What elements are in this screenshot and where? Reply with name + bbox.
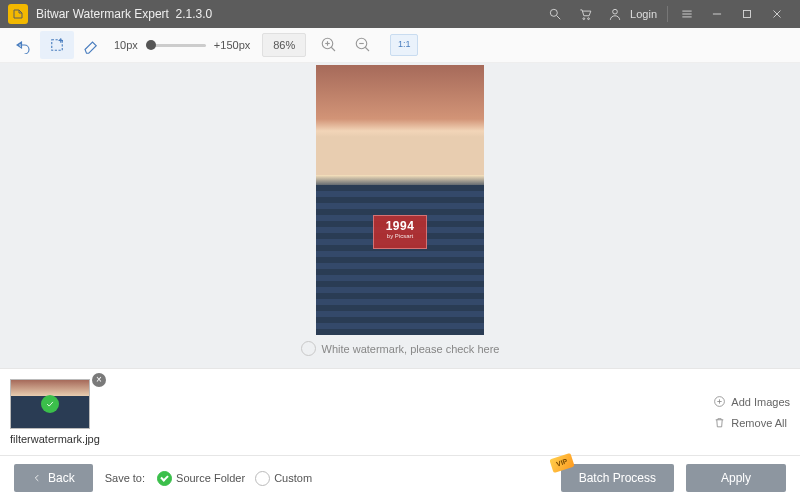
batch-process-button[interactable]: Batch Process — [561, 464, 674, 492]
menu-icon[interactable] — [672, 0, 702, 28]
white-watermark-option[interactable]: White watermark, please check here — [301, 341, 500, 356]
search-icon[interactable] — [540, 0, 570, 28]
remove-all-label: Remove All — [731, 417, 787, 429]
svg-line-18 — [332, 47, 336, 51]
svg-point-4 — [613, 9, 618, 14]
thumbnail-filename: filterwatermark.jpg — [10, 433, 100, 445]
watermark-overlay[interactable]: 1994 by Picsart — [373, 215, 427, 249]
plus-circle-icon — [713, 395, 726, 408]
check-icon — [41, 395, 59, 413]
radio-empty-icon — [301, 341, 316, 356]
eraser-tool-button[interactable] — [74, 31, 108, 59]
maximize-icon[interactable] — [732, 0, 762, 28]
zoom-in-button[interactable] — [312, 31, 346, 59]
add-images-label: Add Images — [731, 396, 790, 408]
thumbnail-image — [10, 379, 90, 429]
undo-button[interactable] — [6, 31, 40, 59]
brush-size-slider[interactable] — [146, 44, 206, 47]
svg-line-1 — [557, 16, 561, 20]
thumbnail-item[interactable]: × filterwatermark.jpg — [10, 379, 100, 445]
watermark-byline: by Picsart — [374, 232, 426, 240]
app-logo — [8, 4, 28, 24]
size-min-label: 10px — [114, 39, 138, 51]
footer: Back Save to: Source Folder Custom VIP B… — [0, 455, 800, 500]
thumbnail-bar: × filterwatermark.jpg Add Images Remove … — [0, 368, 800, 455]
svg-line-21 — [366, 47, 370, 51]
canvas-area: 1994 by Picsart White watermark, please … — [0, 63, 800, 368]
size-max-label: +150px — [214, 39, 250, 51]
svg-point-2 — [583, 18, 585, 20]
trash-icon — [713, 416, 726, 429]
back-label: Back — [48, 471, 75, 485]
login-label[interactable]: Login — [630, 8, 657, 20]
add-images-button[interactable]: Add Images — [713, 395, 790, 408]
svg-point-0 — [550, 9, 557, 16]
marquee-tool-button[interactable] — [40, 31, 74, 59]
minimize-icon[interactable] — [702, 0, 732, 28]
cart-icon[interactable] — [570, 0, 600, 28]
thumbnail-remove-button[interactable]: × — [92, 373, 106, 387]
separator — [667, 6, 668, 22]
svg-rect-9 — [744, 11, 751, 18]
chevron-left-icon — [32, 473, 42, 483]
fit-ratio-button[interactable]: 1:1 — [390, 34, 418, 56]
save-to-options: Source Folder Custom — [157, 471, 312, 486]
zoom-out-button[interactable] — [346, 31, 380, 59]
remove-all-button[interactable]: Remove All — [713, 416, 787, 429]
apply-button[interactable]: Apply — [686, 464, 786, 492]
brush-size-control: 10px +150px — [114, 39, 250, 51]
back-button[interactable]: Back — [14, 464, 93, 492]
radio-checked-icon — [157, 471, 172, 486]
white-watermark-label: White watermark, please check here — [322, 343, 500, 355]
app-title: Bitwar Watermark Expert 2.1.3.0 — [36, 7, 212, 21]
save-source-option[interactable]: Source Folder — [157, 471, 245, 486]
svg-point-3 — [588, 18, 590, 20]
close-icon[interactable] — [762, 0, 792, 28]
toolbar: 10px +150px 86% 1:1 — [0, 28, 800, 63]
titlebar: Bitwar Watermark Expert 2.1.3.0 Login — [0, 0, 800, 28]
radio-empty-icon — [255, 471, 270, 486]
watermark-year: 1994 — [374, 220, 426, 232]
zoom-value: 86% — [262, 33, 306, 57]
save-to-label: Save to: — [105, 472, 145, 484]
user-icon[interactable] — [600, 0, 630, 28]
image-preview[interactable]: 1994 by Picsart — [316, 65, 484, 335]
save-custom-option[interactable]: Custom — [255, 471, 312, 486]
